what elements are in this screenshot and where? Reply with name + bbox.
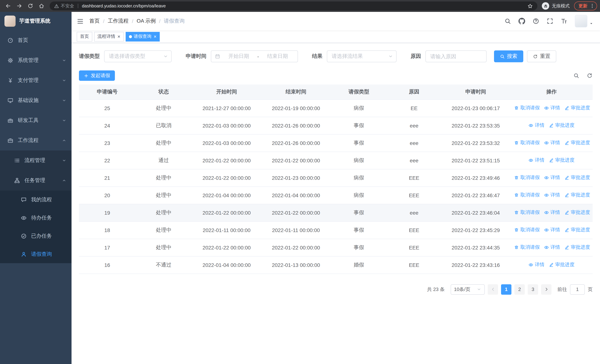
cell-actions: 详情审批进度 — [510, 256, 593, 274]
sidebar-item-todo-tasks[interactable]: 待办任务 — [0, 209, 72, 227]
user-menu[interactable] — [575, 15, 593, 28]
font-size-icon[interactable] — [561, 18, 567, 24]
sidebar-item-done-tasks[interactable]: 已办任务 — [0, 227, 72, 245]
breadcrumb-item[interactable]: OA 示例 — [137, 18, 156, 24]
leave-type-select[interactable]: 请选择请假类型 — [104, 50, 172, 62]
progress-action[interactable]: 审批进度 — [564, 105, 590, 111]
cancel-action[interactable]: 取消请假 — [514, 140, 540, 146]
toggle-search-icon[interactable] — [573, 73, 579, 79]
forward-button[interactable] — [14, 1, 24, 11]
fullscreen-icon[interactable] — [547, 18, 553, 24]
address-bar[interactable]: 不安全 dashboard.yudao.iocoder.cn/bpm/oa/le… — [50, 1, 537, 10]
github-icon[interactable] — [518, 18, 525, 24]
close-icon[interactable]: × — [117, 34, 120, 39]
prev-page-button[interactable] — [488, 284, 498, 295]
breadcrumb-item[interactable]: 工作流程 — [108, 18, 129, 24]
refresh-table-icon[interactable] — [587, 73, 593, 79]
progress-action[interactable]: 审批进度 — [564, 140, 590, 146]
caret-down-icon — [589, 21, 593, 25]
bookmark-star-icon[interactable] — [527, 3, 533, 9]
cell-type: 病假 — [331, 169, 387, 187]
cell-actions: 取消请假详情审批进度 — [510, 239, 593, 256]
progress-action[interactable]: 审批进度 — [549, 122, 574, 129]
progress-action[interactable]: 审批进度 — [564, 192, 590, 198]
chevron-down-icon — [62, 78, 66, 83]
reset-button[interactable]: 重置 — [527, 50, 556, 62]
sidebar-item-infrastructure[interactable]: 基础设施 — [0, 90, 72, 111]
tab-2[interactable]: 请假查询× — [125, 32, 160, 41]
reason-input[interactable] — [430, 53, 482, 59]
sidebar-item-home[interactable]: 首页 — [0, 30, 72, 50]
detail-action[interactable]: 详情 — [544, 209, 560, 216]
reload-icon — [28, 3, 33, 9]
create-leave-button[interactable]: 发起请假 — [79, 70, 115, 81]
cancel-action[interactable]: 取消请假 — [514, 105, 540, 111]
sidebar-fold-icon[interactable] — [77, 18, 84, 25]
cell-actions: 详情审批进度 — [510, 152, 593, 169]
page-button-2[interactable]: 2 — [514, 284, 525, 295]
next-page-button[interactable] — [541, 284, 552, 295]
progress-action[interactable]: 审批进度 — [564, 174, 590, 181]
detail-action[interactable]: 详情 — [544, 105, 560, 111]
breadcrumb-item[interactable]: 首页 — [89, 18, 100, 24]
sidebar-item-system-management[interactable]: 系统管理 — [0, 50, 72, 70]
progress-action[interactable]: 审批进度 — [564, 209, 590, 216]
app-logo[interactable]: 芋道管理系统 — [0, 12, 72, 30]
close-icon[interactable]: × — [154, 34, 156, 39]
cell-status: 处理中 — [135, 187, 192, 204]
cell-reason: EEE — [387, 221, 441, 239]
detail-action[interactable]: 详情 — [544, 244, 560, 251]
search-icon[interactable] — [504, 18, 511, 24]
sidebar-item-workflow[interactable]: 工作流程 — [0, 131, 72, 150]
progress-action[interactable]: 审批进度 — [549, 261, 574, 268]
table-row: 22通过2022-01-22 00:00:002022-01-22 00:00:… — [79, 152, 593, 169]
sidebar-item-payment-management[interactable]: 支付管理 — [0, 70, 72, 90]
detail-action[interactable]: 详情 — [528, 261, 544, 268]
detail-action[interactable]: 详情 — [544, 227, 560, 233]
tab-0[interactable]: 首页 — [77, 32, 92, 41]
cancel-action[interactable]: 取消请假 — [514, 227, 540, 233]
column-header: 申请编号 — [79, 84, 135, 99]
sidebar-item-my-processes[interactable]: 我的流程 — [0, 191, 72, 209]
cancel-action[interactable]: 取消请假 — [514, 192, 540, 198]
progress-action[interactable]: 审批进度 — [549, 157, 574, 164]
eye-icon — [21, 215, 27, 221]
security-chip[interactable]: 不安全 — [54, 3, 74, 9]
detail-action[interactable]: 详情 — [544, 174, 560, 181]
omnibox-divider — [78, 4, 78, 8]
back-button[interactable] — [3, 1, 13, 11]
reload-button[interactable] — [25, 1, 36, 11]
sidebar-item-process-management[interactable]: 流程管理 — [0, 150, 72, 170]
incognito-label: 无痕模式 — [552, 3, 570, 9]
apply-time-range-picker[interactable]: 开始日期 - 结束日期 — [211, 50, 298, 62]
detail-action[interactable]: 详情 — [544, 192, 560, 198]
home-button[interactable] — [36, 1, 47, 11]
edit-icon — [564, 245, 569, 250]
result-select[interactable]: 请选择流结果 — [327, 50, 396, 62]
sidebar-item-task-management[interactable]: 任务管理 — [0, 170, 72, 191]
search-button[interactable]: 搜索 — [494, 50, 523, 62]
sidebar-item-leave-query[interactable]: 请假查询 — [0, 245, 72, 263]
detail-action[interactable]: 详情 — [528, 122, 544, 129]
tab-label: 流程详情 — [97, 33, 115, 40]
cell-applied: 2022-01-22 23:46:04 — [441, 204, 510, 221]
update-button[interactable]: 更新 — [574, 1, 597, 10]
progress-action[interactable]: 审批进度 — [564, 227, 590, 233]
cancel-action[interactable]: 取消请假 — [514, 174, 540, 181]
cell-status: 不通过 — [135, 256, 192, 274]
kebab-menu-icon[interactable] — [590, 3, 595, 9]
help-icon[interactable] — [533, 18, 539, 24]
page-button-1[interactable]: 1 — [501, 284, 511, 295]
sidebar-item-dev-tools[interactable]: 研发工具 — [0, 111, 72, 131]
goto-page-input[interactable] — [570, 284, 585, 295]
detail-action[interactable]: 详情 — [544, 140, 560, 146]
view-icon — [544, 228, 549, 233]
cancel-action[interactable]: 取消请假 — [514, 244, 540, 251]
page-size-select[interactable]: 10条/页 — [451, 284, 485, 295]
sidebar-item-label: 系统管理 — [18, 57, 57, 64]
tab-1[interactable]: 流程详情× — [94, 32, 124, 41]
cancel-action[interactable]: 取消请假 — [514, 209, 540, 216]
detail-action[interactable]: 详情 — [528, 157, 544, 164]
progress-action[interactable]: 审批进度 — [564, 244, 590, 251]
page-button-3[interactable]: 3 — [528, 284, 538, 295]
